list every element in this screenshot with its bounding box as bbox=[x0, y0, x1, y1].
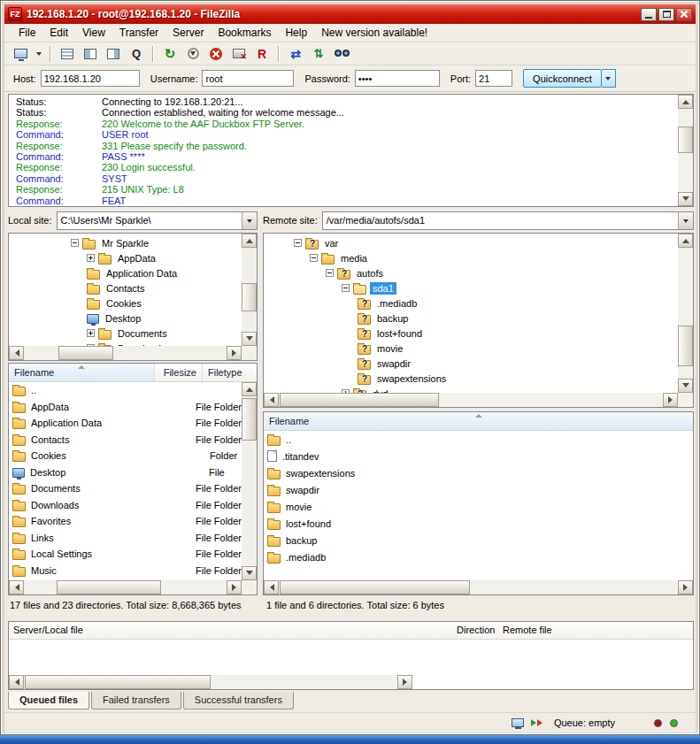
local-file-row-local-settings[interactable]: Local SettingsFile Folder bbox=[9, 546, 242, 563]
minimize-button[interactable] bbox=[641, 8, 657, 21]
menu-item-bookmarks[interactable]: Bookmarks bbox=[211, 25, 278, 41]
remote-tree-item-sda1[interactable]: sda1 bbox=[264, 280, 678, 295]
collapse-icon[interactable] bbox=[294, 239, 302, 247]
queue-panel-horizontal-scrollbar[interactable] bbox=[9, 675, 412, 689]
remote-tree-item-dvd[interactable]: dvd bbox=[264, 386, 678, 393]
expand-icon[interactable] bbox=[87, 254, 95, 262]
process-queue-button[interactable] bbox=[182, 44, 204, 64]
scroll-right-button[interactable] bbox=[227, 580, 242, 594]
column-header-filetype[interactable]: Filetype bbox=[203, 364, 257, 381]
menu-item-edit[interactable]: Edit bbox=[42, 25, 75, 41]
message-log-toggle-button[interactable] bbox=[57, 44, 78, 64]
remote-tree-item-movie[interactable]: movie bbox=[264, 341, 678, 356]
scroll-left-button[interactable] bbox=[264, 393, 279, 407]
username-input[interactable] bbox=[202, 70, 294, 87]
remote-site-combo[interactable]: /var/media/autofs/sda1 bbox=[322, 211, 694, 230]
remote-tree-item-autofs[interactable]: autofs bbox=[264, 265, 678, 280]
scroll-left-button[interactable] bbox=[9, 675, 24, 689]
scroll-right-button[interactable] bbox=[663, 393, 678, 407]
remote-file-row-titandev[interactable]: .titandev bbox=[264, 448, 693, 464]
close-button[interactable] bbox=[676, 8, 692, 21]
log-pane-vertical-scrollbar[interactable] bbox=[678, 95, 693, 206]
local-list-vertical-scrollbar[interactable] bbox=[242, 382, 257, 580]
maximize-button[interactable] bbox=[658, 8, 674, 21]
collapse-icon[interactable] bbox=[310, 254, 318, 262]
expand-icon[interactable] bbox=[87, 329, 95, 337]
menu-item-file[interactable]: File bbox=[12, 25, 42, 41]
local-file-row-cookies[interactable]: CookiesFolder bbox=[9, 448, 242, 464]
local-file-row-links[interactable]: LinksFile Folder bbox=[9, 530, 242, 547]
remote-file-row-lost-found[interactable]: lost+found bbox=[264, 515, 693, 532]
local-list-horizontal-scrollbar[interactable] bbox=[9, 580, 242, 594]
scrollbar-thumb[interactable] bbox=[678, 326, 693, 366]
scroll-left-button[interactable] bbox=[9, 346, 24, 360]
remote-tree-item-lost-found[interactable]: lost+found bbox=[264, 326, 678, 341]
find-files-button[interactable] bbox=[331, 44, 352, 64]
local-tree-horizontal-scrollbar[interactable] bbox=[9, 346, 242, 360]
scroll-down-button[interactable] bbox=[678, 192, 693, 206]
remote-file-row-movie[interactable]: movie bbox=[264, 498, 693, 515]
scrollbar-thumb[interactable] bbox=[280, 393, 439, 407]
remote-file-row-swapdir[interactable]: swapdir bbox=[264, 481, 693, 498]
quickconnect-button[interactable]: Quickconnect bbox=[523, 69, 602, 88]
column-header-filename[interactable]: Filename bbox=[9, 364, 155, 381]
remote-file-row-backup[interactable]: backup bbox=[264, 532, 693, 548]
scrollbar-thumb[interactable] bbox=[242, 398, 257, 441]
reconnect-button[interactable]: R bbox=[251, 44, 273, 64]
site-manager-button[interactable] bbox=[10, 44, 31, 64]
local-file-row-favorites[interactable]: FavoritesFile Folder bbox=[9, 513, 242, 530]
site-manager-dropdown-button[interactable] bbox=[33, 44, 44, 64]
disconnect-button[interactable] bbox=[228, 44, 250, 64]
scroll-up-button[interactable] bbox=[242, 234, 257, 248]
remote-site-dropdown-button[interactable] bbox=[678, 212, 693, 229]
local-tree-item-application-data[interactable]: Application Data bbox=[9, 265, 242, 280]
scrollbar-thumb[interactable] bbox=[25, 675, 211, 689]
scrollbar-thumb[interactable] bbox=[58, 346, 113, 360]
column-header-server-local-file[interactable]: Server/Local file bbox=[13, 625, 83, 635]
remote-list-horizontal-scrollbar[interactable] bbox=[264, 580, 693, 594]
password-input[interactable] bbox=[355, 70, 440, 87]
scroll-down-button[interactable] bbox=[242, 566, 257, 580]
synchronized-browsing-button[interactable]: ⇅ bbox=[308, 44, 329, 64]
column-header-filename[interactable]: Filename bbox=[264, 412, 693, 430]
cancel-button[interactable] bbox=[205, 44, 227, 64]
speed-limits-icon[interactable] bbox=[531, 718, 545, 727]
remote-tree-item-backup[interactable]: backup bbox=[264, 311, 678, 326]
quickconnect-dropdown-button[interactable] bbox=[602, 69, 616, 88]
local-tree-item-cookies[interactable]: Cookies bbox=[9, 295, 242, 311]
menu-item-help[interactable]: Help bbox=[278, 25, 314, 41]
scroll-left-button[interactable] bbox=[264, 580, 279, 594]
local-file-row-documents[interactable]: DocumentsFile Folder bbox=[9, 480, 242, 497]
scroll-right-button[interactable] bbox=[397, 675, 412, 689]
remote-tree-vertical-scrollbar[interactable] bbox=[678, 234, 693, 393]
column-header-direction[interactable]: Direction bbox=[457, 625, 495, 635]
remote-file-row-mediadb[interactable]: .mediadb bbox=[264, 548, 693, 565]
local-tree-vertical-scrollbar[interactable] bbox=[242, 234, 257, 346]
local-tree-toggle-button[interactable] bbox=[80, 44, 101, 64]
host-input[interactable] bbox=[41, 70, 140, 87]
tab-failed-transfers[interactable]: Failed transfers bbox=[91, 692, 181, 709]
remote-tree-item-media[interactable]: media bbox=[264, 250, 678, 265]
remote-file-row-parent-directory[interactable]: .. bbox=[264, 431, 693, 448]
remote-tree-horizontal-scrollbar[interactable] bbox=[264, 393, 678, 407]
local-tree-item-documents[interactable]: Documents bbox=[9, 326, 242, 341]
scrollbar-thumb[interactable] bbox=[242, 283, 257, 311]
refresh-button[interactable]: ↻ bbox=[159, 44, 181, 64]
local-tree-item-appdata[interactable]: AppData bbox=[9, 250, 242, 265]
scroll-left-button[interactable] bbox=[9, 580, 24, 594]
local-tree-item-desktop[interactable]: Desktop bbox=[9, 311, 242, 326]
scroll-down-button[interactable] bbox=[678, 379, 693, 393]
remote-file-row-swapextensions[interactable]: swapextensions bbox=[264, 464, 693, 481]
local-file-row-application-data[interactable]: Application DataFile Folder bbox=[9, 415, 242, 432]
scroll-down-button[interactable] bbox=[242, 332, 257, 346]
collapse-icon[interactable] bbox=[326, 269, 334, 277]
menu-item-server[interactable]: Server bbox=[165, 25, 211, 41]
port-input[interactable] bbox=[475, 70, 512, 87]
server-status-icon[interactable] bbox=[512, 718, 524, 727]
scroll-right-button[interactable] bbox=[678, 580, 693, 594]
scrollbar-thumb[interactable] bbox=[280, 580, 470, 594]
column-header-filesize[interactable]: Filesize bbox=[155, 364, 203, 381]
remote-tree-item-swapdir[interactable]: swapdir bbox=[264, 356, 678, 371]
scrollbar-thumb[interactable] bbox=[57, 580, 161, 594]
local-file-row-downloads[interactable]: DownloadsFile Folder bbox=[9, 497, 242, 514]
